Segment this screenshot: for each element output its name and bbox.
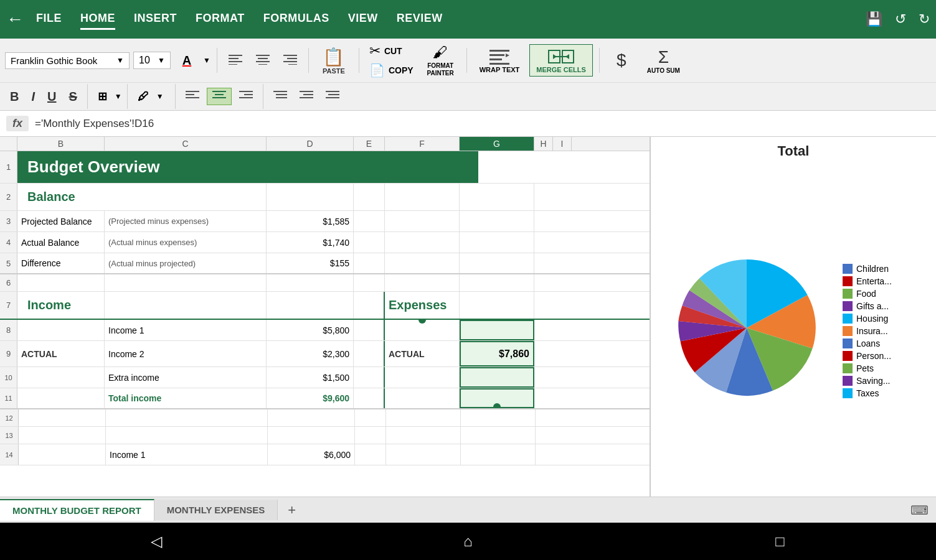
cell-g13[interactable] <box>461 427 536 444</box>
cell-g5[interactable] <box>460 253 534 273</box>
merge-cells-button[interactable]: MERGE CELLS <box>529 44 592 77</box>
cell-g11[interactable] <box>460 388 534 408</box>
cell-c2[interactable] <box>105 184 267 210</box>
strikethrough-button[interactable]: S <box>64 88 82 106</box>
cell-c13[interactable] <box>106 427 268 444</box>
cell-d4[interactable]: $1,740 <box>267 232 354 253</box>
cell-e6[interactable] <box>354 274 385 291</box>
cell-d5[interactable]: $155 <box>267 253 354 273</box>
cell-b4[interactable]: Actual Balance <box>17 232 105 253</box>
back-button[interactable]: ← <box>6 9 24 29</box>
cell-e10[interactable] <box>354 367 385 388</box>
cell-b10[interactable] <box>17 367 105 388</box>
cell-e8[interactable] <box>354 320 385 340</box>
cell-e14[interactable] <box>355 444 386 465</box>
cell-d7[interactable] <box>267 292 354 319</box>
menu-file[interactable]: FILE <box>36 9 62 30</box>
cell-d3[interactable]: $1,585 <box>267 211 354 231</box>
cell-b9[interactable]: ACTUAL <box>17 341 105 366</box>
font-size-dropdown-icon[interactable]: ▼ <box>158 56 165 65</box>
cell-e5[interactable] <box>354 253 385 273</box>
menu-home[interactable]: HOME <box>80 9 115 30</box>
bold-button[interactable]: B <box>5 88 24 106</box>
cell-f7[interactable]: Expenses <box>385 292 460 319</box>
cell-g8[interactable] <box>460 320 534 340</box>
cell-e9[interactable] <box>354 341 385 366</box>
nav-recents-button[interactable]: □ <box>762 529 799 554</box>
cell-d14[interactable]: $6,000 <box>268 444 355 465</box>
cell-f10[interactable] <box>385 367 460 388</box>
cell-f6[interactable] <box>385 274 460 291</box>
cell-e3[interactable] <box>354 211 385 231</box>
cell-e13[interactable] <box>355 427 386 444</box>
cell-f14[interactable] <box>386 444 461 465</box>
indent-left-button[interactable] <box>268 88 292 105</box>
indent-center-button[interactable] <box>295 88 318 105</box>
cell-f12[interactable] <box>386 409 461 426</box>
cell-c14[interactable]: Income 1 <box>106 444 268 465</box>
tab-add-button[interactable]: + <box>278 497 306 523</box>
cell-c10[interactable]: Extra income <box>105 367 267 388</box>
cell-g9[interactable]: $7,860 <box>460 341 534 366</box>
cell-e7[interactable] <box>354 292 385 319</box>
align-left2-button[interactable] <box>181 88 204 105</box>
font-color-button[interactable]: A <box>174 51 199 70</box>
cell-d2[interactable] <box>267 184 354 210</box>
highlight-button[interactable]: 🖊 <box>133 88 154 105</box>
cell-g7[interactable] <box>460 292 534 319</box>
cut-button[interactable]: ✂ CUT <box>366 42 415 60</box>
cell-c12[interactable] <box>106 409 268 426</box>
cell-b14[interactable] <box>19 444 106 465</box>
cell-f8[interactable] <box>385 320 460 340</box>
formula-input[interactable]: ='Monthly Expenses'!D16 <box>35 118 930 130</box>
cell-c3[interactable]: (Projected minus expenses) <box>105 211 267 231</box>
cell-g4[interactable] <box>460 232 534 253</box>
cell-g14[interactable] <box>461 444 536 465</box>
cell-d11[interactable]: $9,600 <box>267 388 354 408</box>
cell-f2[interactable] <box>385 184 460 210</box>
cell-f13[interactable] <box>386 427 461 444</box>
font-color-dropdown-icon[interactable]: ▼ <box>203 56 210 65</box>
tab-monthly-expenses[interactable]: MONTHLY EXPENSES <box>154 500 278 520</box>
budget-header-cell[interactable]: Budget Overview <box>17 151 478 183</box>
cell-c9[interactable]: Income 2 <box>105 341 267 366</box>
save-icon[interactable]: 💾 <box>866 11 882 27</box>
italic-button[interactable]: I <box>26 88 40 106</box>
font-name-dropdown-icon[interactable]: ▼ <box>116 56 124 65</box>
undo-icon[interactable]: ↺ <box>895 11 906 27</box>
align-left-button[interactable] <box>224 52 247 69</box>
highlight-dropdown-icon[interactable]: ▼ <box>156 92 164 101</box>
nav-back-button[interactable]: ◁ <box>138 529 175 554</box>
cell-b5[interactable]: Difference <box>17 253 105 273</box>
col-header-f[interactable]: F <box>385 137 460 151</box>
cell-b7[interactable]: Income <box>17 292 105 319</box>
cell-c6[interactable] <box>105 274 267 291</box>
col-header-d[interactable]: D <box>267 137 354 151</box>
cell-b11[interactable] <box>17 388 105 408</box>
nav-home-button[interactable]: ⌂ <box>450 529 487 554</box>
cell-c11[interactable]: Total income <box>105 388 267 408</box>
cell-f4[interactable] <box>385 232 460 253</box>
format-painter-button[interactable]: 🖌 FORMATPAINTER <box>421 41 460 80</box>
paste-button[interactable]: 📋 PASTE <box>315 44 352 77</box>
align-center-button[interactable] <box>251 52 275 69</box>
cell-b8[interactable] <box>17 320 105 340</box>
cell-d12[interactable] <box>268 409 355 426</box>
menu-review[interactable]: REVIEW <box>397 9 443 30</box>
align-right2-button[interactable] <box>234 88 258 105</box>
cell-d9[interactable]: $2,300 <box>267 341 354 366</box>
borders-dropdown-icon[interactable]: ▼ <box>115 92 122 101</box>
cell-d13[interactable] <box>268 427 355 444</box>
cell-e2[interactable] <box>354 184 385 210</box>
cell-g3[interactable] <box>460 211 534 231</box>
cell-c8[interactable]: Income 1 <box>105 320 267 340</box>
cell-b12[interactable] <box>19 409 106 426</box>
cell-d8[interactable]: $5,800 <box>267 320 354 340</box>
tab-monthly-budget[interactable]: MONTHLY BUDGET REPORT <box>0 499 154 521</box>
cell-g2[interactable] <box>460 184 534 210</box>
indent-right-button[interactable] <box>321 88 344 105</box>
autosum-button[interactable]: Σ AUTO SUM <box>641 45 686 77</box>
cell-g6[interactable] <box>460 274 534 291</box>
cell-e12[interactable] <box>355 409 386 426</box>
menu-format[interactable]: FORMAT <box>196 9 245 30</box>
